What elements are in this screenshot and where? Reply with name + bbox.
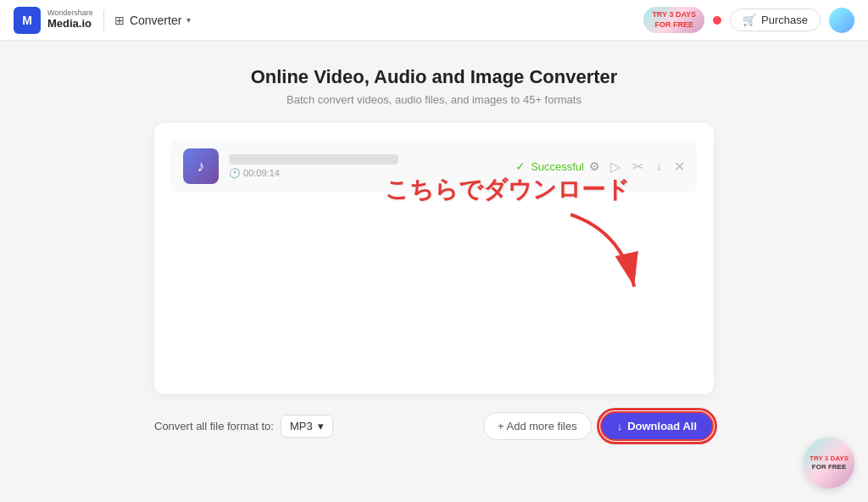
download-icon[interactable]: ↓ <box>655 159 662 174</box>
annotation-arrow <box>554 206 655 308</box>
page-title: Online Video, Audio and Image Converter <box>251 66 618 88</box>
download-all-label: Download All <box>627 420 697 432</box>
header-right: TRY 3 DAYS FOR FREE 🛒 Purchase <box>643 7 854 33</box>
avatar[interactable] <box>829 8 854 33</box>
file-actions: ▷ ✂ ↓ ✕ <box>610 159 685 175</box>
format-value: MP3 <box>290 420 313 432</box>
header-divider <box>103 10 104 31</box>
status-text: Successful <box>531 160 584 173</box>
status-check-icon: ✓ <box>515 159 526 173</box>
file-name-blurred <box>229 154 398 165</box>
try-line1: TRY 3 DAYS <box>652 10 696 19</box>
converter-arrow-icon: ▾ <box>186 15 191 25</box>
purchase-button[interactable]: 🛒 Purchase <box>730 8 821 31</box>
cart-icon: 🛒 <box>743 14 756 26</box>
bottom-actions: + Add more files ↓ Download All <box>483 411 714 441</box>
file-status: ✓ Successful ⚙ <box>515 159 600 173</box>
format-arrow-icon: ▾ <box>318 420 324 432</box>
play-icon[interactable]: ▷ <box>610 159 620 175</box>
logo-text: Wondershare Media.io <box>47 9 93 30</box>
header-left: M Wondershare Media.io ⊞ Converter ▾ <box>14 7 191 34</box>
nav-converter[interactable]: ⊞ Converter ▾ <box>114 14 191 27</box>
notification-dot[interactable] <box>713 16 721 25</box>
cut-icon[interactable]: ✂ <box>632 159 643 175</box>
corner-line1: TRY 3 DAYS <box>810 455 849 463</box>
file-info: 🕐 00:09:14 <box>229 154 505 179</box>
file-duration: 🕐 00:09:14 <box>229 168 505 179</box>
try-badge-header[interactable]: TRY 3 DAYS FOR FREE <box>643 7 704 33</box>
converter-grid-icon: ⊞ <box>114 14 125 27</box>
add-files-label: + Add more files <box>498 420 577 432</box>
logo-area[interactable]: M Wondershare Media.io <box>14 7 93 34</box>
file-row: ♪ 🕐 00:09:14 ✓ Successful ⚙ ▷ ✂ ↓ ✕ <box>171 140 697 192</box>
download-all-icon: ↓ <box>617 420 623 432</box>
page-subtitle: Batch convert videos, audio files, and i… <box>287 93 581 106</box>
file-thumbnail: ♪ <box>183 148 219 184</box>
logo-icon: M <box>14 7 41 34</box>
format-label: Convert all file format to: <box>154 420 274 432</box>
corner-line2: FOR FREE <box>812 463 846 471</box>
main-content: Online Video, Audio and Image Converter … <box>0 41 868 458</box>
content-card: ♪ 🕐 00:09:14 ✓ Successful ⚙ ▷ ✂ ↓ ✕ こちらで… <box>154 123 714 394</box>
bottom-bar: Convert all file format to: MP3 ▾ + Add … <box>154 411 714 441</box>
format-selector: Convert all file format to: MP3 ▾ <box>154 415 333 438</box>
close-icon[interactable]: ✕ <box>674 159 685 175</box>
converter-label: Converter <box>130 14 181 27</box>
download-all-button[interactable]: ↓ Download All <box>600 411 714 441</box>
header: M Wondershare Media.io ⊞ Converter ▾ TRY… <box>0 0 868 41</box>
try-line2: FOR FREE <box>654 20 693 29</box>
format-dropdown[interactable]: MP3 ▾ <box>281 415 333 438</box>
try-badge-corner[interactable]: TRY 3 DAYS FOR FREE <box>804 438 854 488</box>
add-files-button[interactable]: + Add more files <box>483 412 592 440</box>
logo-media: Media.io <box>47 18 93 30</box>
settings-icon[interactable]: ⚙ <box>589 159 600 173</box>
purchase-label: Purchase <box>761 14 808 26</box>
